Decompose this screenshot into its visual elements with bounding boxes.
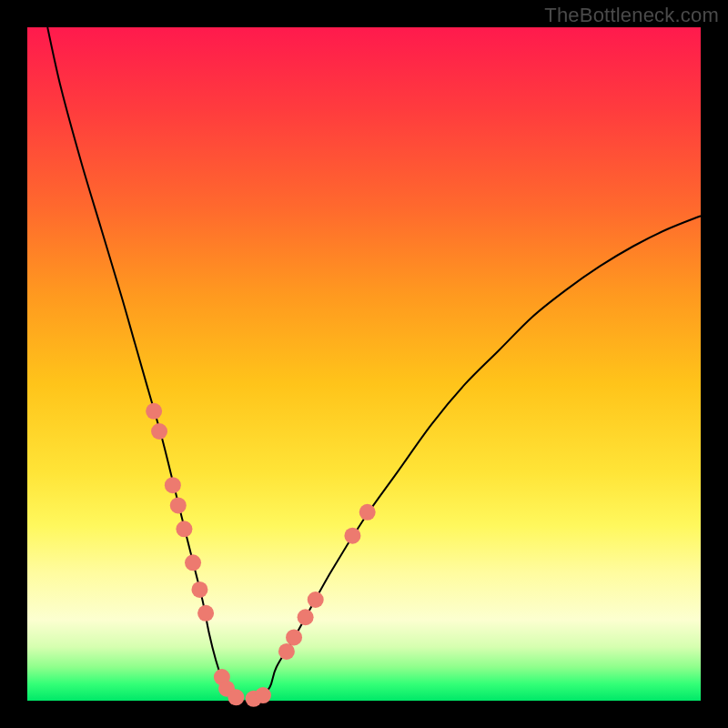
highlight-dot xyxy=(146,403,162,420)
highlight-dot xyxy=(191,581,207,598)
highlight-dot xyxy=(286,629,302,645)
highlight-dot xyxy=(185,554,201,571)
bottleneck-curve xyxy=(47,27,701,702)
plot-area xyxy=(27,27,701,701)
highlight-dot xyxy=(151,423,167,440)
watermark-text: TheBottleneck.com xyxy=(544,4,719,27)
chart-svg xyxy=(27,27,701,701)
highlight-dot xyxy=(255,687,271,703)
highlight-dot xyxy=(170,497,187,513)
highlight-dot xyxy=(359,504,376,521)
highlight-dot xyxy=(344,528,360,544)
highlight-dot xyxy=(165,477,181,493)
highlight-dot xyxy=(298,609,314,625)
highlight-dot xyxy=(308,592,324,608)
highlight-dot xyxy=(278,643,295,660)
highlight-dot xyxy=(228,689,244,705)
highlight-dot xyxy=(176,521,192,537)
highlight-dot xyxy=(197,605,214,622)
chart-frame: TheBottleneck.com xyxy=(0,0,728,728)
